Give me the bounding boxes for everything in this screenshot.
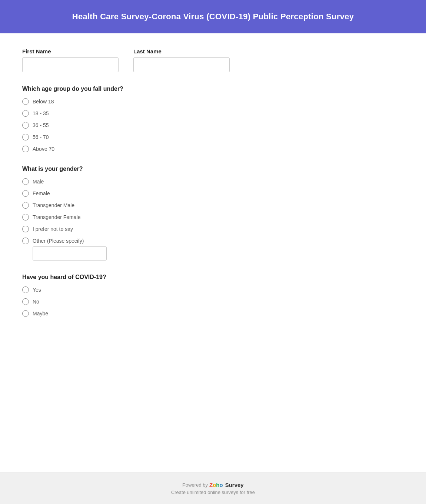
- gender-question-section: What is your gender? Male Female Transge…: [22, 166, 404, 261]
- age-option-18-35[interactable]: 18 - 35: [22, 110, 404, 117]
- covid-option-no[interactable]: No: [22, 298, 404, 305]
- gender-label-female: Female: [33, 190, 50, 196]
- age-label-56-70: 56 - 70: [33, 134, 49, 140]
- age-option-below18[interactable]: Below 18: [22, 98, 404, 105]
- age-radio-18-35[interactable]: [22, 110, 29, 117]
- gender-radio-female[interactable]: [22, 190, 29, 197]
- gender-option-transgender-male[interactable]: Transgender Male: [22, 202, 404, 209]
- gender-option-transgender-female[interactable]: Transgender Female: [22, 214, 404, 220]
- gender-label-transgender-male: Transgender Male: [33, 202, 74, 208]
- age-option-36-55[interactable]: 36 - 55: [22, 122, 404, 129]
- page-header: Health Care Survey-Corona Virus (COVID-1…: [0, 0, 426, 33]
- gender-other-group: Other (Please specify): [22, 238, 404, 261]
- age-radio-above70[interactable]: [22, 146, 29, 152]
- covid-option-yes[interactable]: Yes: [22, 286, 404, 293]
- covid-radio-yes[interactable]: [22, 286, 29, 293]
- gender-radio-other[interactable]: [22, 238, 29, 244]
- gender-other-input[interactable]: [33, 246, 107, 261]
- gender-radio-transgender-male[interactable]: [22, 202, 29, 209]
- form-container: First Name Last Name Which age group do …: [0, 33, 426, 472]
- first-name-input[interactable]: [22, 57, 119, 72]
- covid-question-label: Have you heard of COVID-19?: [22, 274, 404, 281]
- gender-label-prefer-not-to-say: I prefer not to say: [33, 226, 73, 232]
- covid-radio-group: Yes No Maybe: [22, 286, 404, 317]
- gender-question-label: What is your gender?: [22, 166, 404, 172]
- footer-tagline: Create unlimited online surveys for free: [9, 490, 417, 495]
- covid-radio-maybe[interactable]: [22, 310, 29, 317]
- gender-radio-prefer-not-to-say[interactable]: [22, 226, 29, 232]
- zoho-letter-o1: o: [213, 482, 216, 488]
- age-option-above70[interactable]: Above 70: [22, 146, 404, 152]
- name-row: First Name Last Name: [22, 48, 404, 72]
- covid-option-maybe[interactable]: Maybe: [22, 310, 404, 317]
- zoho-letter-o2: o: [219, 482, 223, 488]
- covid-question-section: Have you heard of COVID-19? Yes No Maybe: [22, 274, 404, 317]
- zoho-letter-z: Z: [209, 482, 213, 488]
- zoho-logo: Zoho: [209, 482, 223, 488]
- gender-option-other[interactable]: Other (Please specify): [22, 238, 404, 244]
- page-footer: Powered by Zoho Survey Create unlimited …: [0, 472, 426, 504]
- age-radio-group: Below 18 18 - 35 36 - 55 56 - 70 Above 7…: [22, 98, 404, 152]
- gender-label-transgender-female: Transgender Female: [33, 214, 80, 220]
- last-name-label: Last Name: [133, 48, 230, 54]
- covid-label-maybe: Maybe: [33, 311, 48, 316]
- gender-option-female[interactable]: Female: [22, 190, 404, 197]
- gender-option-prefer-not-to-say[interactable]: I prefer not to say: [22, 226, 404, 232]
- gender-radio-group: Male Female Transgender Male Transgender…: [22, 178, 404, 261]
- gender-label-male: Male: [33, 179, 44, 185]
- age-label-36-55: 36 - 55: [33, 122, 49, 128]
- age-radio-56-70[interactable]: [22, 134, 29, 140]
- last-name-input[interactable]: [133, 57, 230, 72]
- gender-radio-transgender-female[interactable]: [22, 214, 29, 220]
- first-name-group: First Name: [22, 48, 119, 72]
- age-option-56-70[interactable]: 56 - 70: [22, 134, 404, 140]
- age-radio-below18[interactable]: [22, 98, 29, 105]
- age-label-below18: Below 18: [33, 99, 54, 105]
- age-label-above70: Above 70: [33, 146, 54, 152]
- age-radio-36-55[interactable]: [22, 122, 29, 129]
- gender-label-other: Other (Please specify): [33, 238, 84, 244]
- first-name-label: First Name: [22, 48, 119, 54]
- last-name-group: Last Name: [133, 48, 230, 72]
- age-question-label: Which age group do you fall under?: [22, 86, 404, 92]
- page-title: Health Care Survey-Corona Virus (COVID-1…: [7, 12, 419, 21]
- survey-label: Survey: [225, 482, 244, 488]
- powered-by-label: Powered by: [182, 482, 208, 488]
- covid-radio-no[interactable]: [22, 298, 29, 305]
- age-label-18-35: 18 - 35: [33, 110, 49, 116]
- powered-by-row: Powered by Zoho Survey: [9, 482, 417, 488]
- gender-option-male[interactable]: Male: [22, 178, 404, 185]
- gender-radio-male[interactable]: [22, 178, 29, 185]
- covid-label-no: No: [33, 299, 39, 305]
- age-question-section: Which age group do you fall under? Below…: [22, 86, 404, 152]
- covid-label-yes: Yes: [33, 287, 41, 293]
- zoho-letter-h: h: [216, 482, 219, 488]
